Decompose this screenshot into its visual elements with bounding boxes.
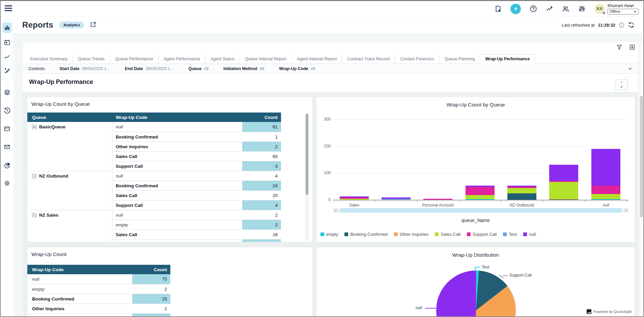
- bar-segment-support-call[interactable]: [591, 186, 620, 194]
- tab-agent-interval-report[interactable]: Agent Interval Report: [291, 55, 342, 64]
- bar-segment-support-call[interactable]: [423, 199, 452, 200]
- bar-segment-empty[interactable]: [591, 199, 620, 200]
- count-cell[interactable]: 1: [242, 132, 281, 141]
- wrapup-code-cell[interactable]: Other Inquiries: [112, 141, 241, 151]
- tab-wrap-up-performance[interactable]: Wrap-Up Performance: [480, 54, 535, 64]
- table-scrollbar[interactable]: [305, 113, 309, 241]
- scroll-thumb[interactable]: [340, 208, 622, 213]
- count-cell[interactable]: 2: [242, 141, 281, 151]
- bar-segment-support-call[interactable]: [340, 197, 369, 199]
- pie-chart[interactable]: [436, 271, 516, 317]
- column-header[interactable]: Wrap-Up Code: [29, 265, 131, 274]
- scroll-right-button[interactable]: ►: [624, 208, 628, 213]
- count-cell[interactable]: 3: [242, 161, 281, 171]
- wrapup-code-cell[interactable]: null: [112, 171, 241, 181]
- column-header[interactable]: Count: [242, 113, 281, 122]
- wrapup-code-cell[interactable]: empty: [29, 284, 131, 294]
- bar-segment-support-call[interactable]: [507, 187, 536, 188]
- bar-segment-null[interactable]: [340, 196, 369, 197]
- legend-item-support-call[interactable]: Support Call: [467, 232, 497, 237]
- count-cell[interactable]: 24: [242, 181, 281, 190]
- bar-segment-null[interactable]: [466, 186, 495, 187]
- settings-sliders-icon[interactable]: [578, 5, 586, 12]
- agents-icon[interactable]: [562, 5, 569, 12]
- bar-segment-sales-call[interactable]: [466, 195, 495, 199]
- wrapup-code-cell[interactable]: Sales Call: [112, 151, 241, 161]
- tab-queue-interval-report[interactable]: Queue Interval Report: [240, 55, 291, 64]
- help-icon[interactable]: [530, 5, 537, 12]
- wrapup-code-cell[interactable]: Booking Confirmed: [112, 132, 241, 141]
- avatar[interactable]: KA: [594, 4, 605, 14]
- bar-segment-support-call[interactable]: [466, 187, 495, 195]
- control-queue[interactable]: QueueAll: [188, 66, 208, 71]
- sidebar-item-bar-chart-icon[interactable]: [4, 24, 10, 31]
- bar-segment-booking-confirmed[interactable]: [549, 199, 578, 200]
- sidebar-item-line-chart-icon[interactable]: [4, 54, 10, 60]
- open-external-icon[interactable]: [90, 21, 96, 29]
- sidebar-item-gear-icon[interactable]: [4, 180, 10, 187]
- tab-agent-status[interactable]: Agent Status: [205, 55, 240, 64]
- column-header[interactable]: Queue: [29, 113, 112, 122]
- sidebar-item-calendar-icon[interactable]: [4, 39, 10, 46]
- control-wrap-up-code[interactable]: Wrap-Up CodeAll: [279, 66, 315, 71]
- count-cell[interactable]: 16: [242, 229, 281, 239]
- legend-item-null[interactable]: null: [523, 232, 536, 237]
- sidebar-item-history-icon[interactable]: [4, 107, 10, 114]
- filter-icon[interactable]: [616, 44, 622, 50]
- legend-item-booking-confirmed[interactable]: Booking Confirmed: [344, 232, 388, 237]
- count-cell[interactable]: 25: [132, 294, 170, 304]
- bar-segment-null[interactable]: [382, 197, 411, 199]
- wrapup-code-cell[interactable]: Sales Call: [29, 313, 131, 317]
- collapse-row-icon[interactable]: [32, 174, 36, 178]
- spin-up-icon[interactable]: ▲: [615, 80, 627, 85]
- notes-icon[interactable]: [494, 5, 502, 12]
- bar-segment-null[interactable]: [591, 149, 620, 186]
- bar-segment-other-inquiries[interactable]: [549, 199, 578, 200]
- bar-segment-sales-call[interactable]: [340, 199, 369, 200]
- bar-segment-null[interactable]: [507, 186, 536, 187]
- tab-queue-trends[interactable]: Queue Trends: [73, 55, 110, 64]
- wrapup-code-cell[interactable]: null: [112, 210, 241, 220]
- control-end-date[interactable]: End Date29/05/2023 1...: [125, 66, 174, 71]
- hamburger-menu-icon[interactable]: [5, 5, 12, 12]
- tab-executive-summary[interactable]: Executive Summary: [25, 55, 73, 64]
- bar-segment-booking-confirmed[interactable]: [507, 193, 536, 200]
- count-cell[interactable]: 75: [132, 274, 170, 284]
- wrapup-code-cell[interactable]: Support Call: [112, 161, 241, 171]
- column-header[interactable]: Count: [132, 265, 170, 274]
- legend-item-sales-call[interactable]: Sales Call: [435, 232, 460, 237]
- boost-lightning-icon[interactable]: [510, 4, 521, 14]
- column-header[interactable]: Wrap-Up Code: [112, 113, 241, 122]
- wrapup-code-cell[interactable]: empty: [112, 220, 241, 229]
- wrapup-code-cell[interactable]: Other Inquiries: [29, 304, 131, 313]
- wrapup-code-cell[interactable]: Support Call: [112, 239, 241, 242]
- control-start-date[interactable]: Start Date09/04/2023 1...: [59, 66, 110, 71]
- count-cell[interactable]: 61: [242, 122, 281, 132]
- status-dropdown[interactable]: Offline: [608, 9, 639, 14]
- count-cell[interactable]: 4: [242, 171, 281, 181]
- wrapup-code-cell[interactable]: null: [29, 274, 131, 284]
- bar-segment-sales-call[interactable]: [507, 188, 536, 193]
- chart-horizontal-scrollbar[interactable]: ◄►: [333, 208, 628, 213]
- sidebar-item-envelope-icon[interactable]: [4, 144, 10, 150]
- sidebar-item-pie-chart-icon[interactable]: [4, 162, 10, 169]
- tab-agent-performance[interactable]: Agent Performance: [158, 55, 205, 64]
- scroll-left-button[interactable]: ◄: [333, 208, 338, 213]
- sidebar-item-layers-icon[interactable]: [4, 89, 10, 96]
- tab-queue-performance[interactable]: Queue Performance: [110, 55, 158, 64]
- tab-queue-planning[interactable]: Queue Planning: [439, 55, 480, 64]
- wrapup-code-cell[interactable]: Booking Confirmed: [112, 181, 241, 190]
- count-cell[interactable]: 4: [242, 200, 281, 210]
- count-cell[interactable]: 2: [132, 304, 170, 313]
- count-cell[interactable]: 20: [242, 190, 281, 200]
- bar-segment-sales-call[interactable]: [591, 194, 620, 199]
- count-cell[interactable]: 65: [242, 151, 281, 161]
- wrapup-code-cell[interactable]: Sales Call: [112, 229, 241, 239]
- wrapup-code-cell[interactable]: Booking Confirmed: [29, 294, 131, 304]
- collapse-row-icon[interactable]: [32, 125, 36, 129]
- bar-segment-test[interactable]: [382, 199, 411, 200]
- export-icon[interactable]: [629, 44, 635, 50]
- legend-item-test[interactable]: Test: [503, 232, 517, 237]
- bar-segment-support-call[interactable]: [549, 181, 578, 182]
- wrapup-code-cell[interactable]: null: [112, 122, 241, 132]
